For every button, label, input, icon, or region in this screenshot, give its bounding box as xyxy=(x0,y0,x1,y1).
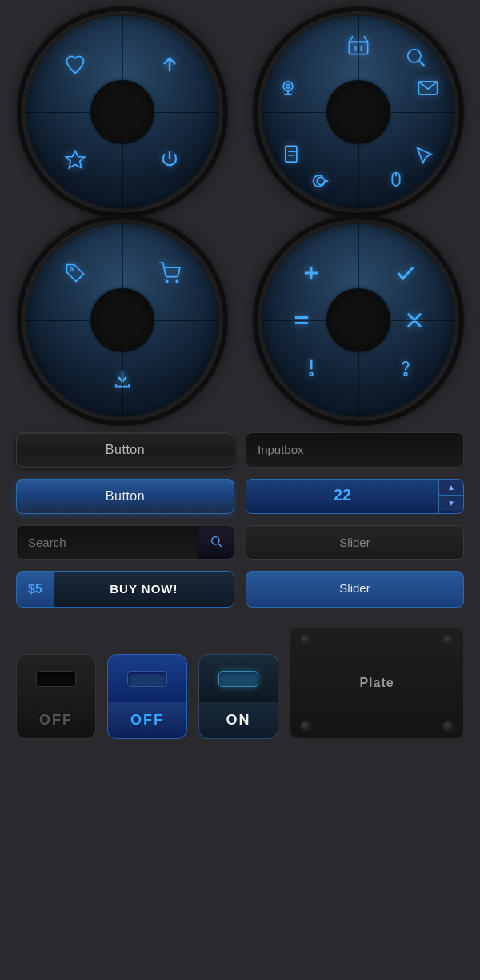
spinner[interactable]: 22 ▲ ▼ xyxy=(246,479,464,514)
toggle-on[interactable]: ON xyxy=(198,654,278,739)
controls-row3: Slider xyxy=(16,525,464,560)
radial-outer-2 xyxy=(262,16,454,208)
page-icon xyxy=(281,144,303,167)
slider-label-1: Slider xyxy=(246,525,464,560)
svg-line-5 xyxy=(419,62,424,66)
controls-section: Button Inputbox Button 22 ▲ ▼ Slider xyxy=(8,432,472,619)
svg-point-30 xyxy=(212,536,219,544)
spinner-up[interactable]: ▲ xyxy=(439,480,463,496)
search-field[interactable] xyxy=(16,525,234,560)
segment-power[interactable] xyxy=(150,139,190,179)
segment-arrow-up[interactable] xyxy=(150,45,190,85)
star-icon xyxy=(64,148,86,171)
toggle-top-2 xyxy=(107,654,187,702)
center-hole-2 xyxy=(326,80,390,144)
segment-at[interactable] xyxy=(301,163,341,199)
toggle-off-blue[interactable]: OFF xyxy=(107,654,187,739)
search-input[interactable] xyxy=(17,526,198,559)
slider-active[interactable]: Slider xyxy=(246,571,464,608)
segment-close[interactable] xyxy=(390,296,438,344)
center-hole-3 xyxy=(90,288,154,352)
segment-exclaim[interactable] xyxy=(291,347,331,388)
svg-line-31 xyxy=(218,544,222,547)
radial-menu-2[interactable] xyxy=(262,16,454,208)
segment-heart[interactable] xyxy=(55,45,95,85)
radial-menu-1[interactable] xyxy=(26,16,218,208)
download-icon xyxy=(111,366,134,388)
controls-row1: Button Inputbox xyxy=(16,432,464,468)
search-button[interactable] xyxy=(198,527,234,559)
segment-question[interactable] xyxy=(386,347,426,388)
segment-mouse[interactable] xyxy=(376,163,416,199)
cursor-icon xyxy=(414,144,436,167)
center-hole-1 xyxy=(90,80,154,144)
svg-point-28 xyxy=(310,372,313,376)
spinner-value: 22 xyxy=(246,480,438,513)
plate-screws-bottom xyxy=(297,721,457,732)
svg-point-19 xyxy=(176,280,178,282)
svg-point-17 xyxy=(70,268,73,271)
svg-rect-10 xyxy=(285,147,296,163)
webcam-icon xyxy=(277,77,299,99)
controls-row2: Button 22 ▲ ▼ xyxy=(16,479,464,514)
segment-webcam[interactable] xyxy=(268,70,308,106)
screw-tl xyxy=(300,634,311,645)
screw-tr xyxy=(442,634,454,645)
question-icon xyxy=(394,356,417,379)
plate-widget: Plate xyxy=(290,627,464,739)
inputbox[interactable]: Inputbox xyxy=(246,432,464,468)
mail-icon xyxy=(417,77,439,99)
search-icon xyxy=(210,535,222,548)
svg-point-4 xyxy=(407,50,420,62)
radial-outer-1 xyxy=(26,16,218,208)
plus-icon xyxy=(300,262,322,284)
toggle-top-3 xyxy=(198,654,278,702)
toggle-label-1: OFF xyxy=(16,702,96,739)
segment-star[interactable] xyxy=(55,139,95,179)
toggle-slot-1 xyxy=(36,671,76,687)
toggle-off-dark[interactable]: OFF xyxy=(16,654,96,739)
plate-screws-top xyxy=(297,634,457,645)
plate-label: Plate xyxy=(359,676,394,690)
heart-icon xyxy=(64,54,86,76)
segment-mail[interactable] xyxy=(408,70,448,106)
basket-icon xyxy=(347,34,370,57)
cart-icon xyxy=(158,262,181,284)
segment-cart[interactable] xyxy=(150,253,190,293)
svg-point-7 xyxy=(286,84,290,88)
screw-bl xyxy=(300,721,311,732)
controls-row4: $5 BUY NOW! Slider xyxy=(16,571,464,608)
toggle-top-1 xyxy=(16,654,96,702)
radial-outer-3 xyxy=(26,224,218,416)
buy-now-button[interactable]: $5 BUY NOW! xyxy=(16,571,234,608)
dark-button[interactable]: Button xyxy=(16,432,234,468)
buy-price: $5 xyxy=(17,572,54,607)
search-icon xyxy=(404,46,426,68)
radial-menu-3[interactable] xyxy=(26,224,218,416)
svg-point-18 xyxy=(166,280,167,282)
segment-tag[interactable] xyxy=(55,253,95,293)
segment-plus[interactable] xyxy=(291,253,331,293)
tag-icon xyxy=(64,262,86,284)
toggle-section: OFF OFF ON Plate xyxy=(8,619,472,747)
arrow-up-icon xyxy=(158,54,181,76)
svg-point-6 xyxy=(283,82,293,91)
segment-download[interactable] xyxy=(98,353,146,401)
radial-menu-4[interactable] xyxy=(262,224,454,416)
check-icon xyxy=(394,262,417,284)
buy-label[interactable]: BUY NOW! xyxy=(54,572,234,607)
segment-equals[interactable] xyxy=(278,296,326,344)
svg-rect-1 xyxy=(349,42,367,54)
radial-menus-row1 xyxy=(8,16,472,208)
toggle-label-3: ON xyxy=(198,702,278,739)
blue-button[interactable]: Button xyxy=(16,479,234,514)
toggle-slot-2 xyxy=(127,671,167,687)
power-icon xyxy=(158,148,181,171)
screw-br xyxy=(442,721,454,732)
segment-basket[interactable] xyxy=(338,27,378,63)
mouse-icon xyxy=(385,170,407,192)
spinner-down[interactable]: ▼ xyxy=(439,496,463,511)
segment-check[interactable] xyxy=(386,253,426,293)
svg-marker-0 xyxy=(66,151,84,168)
radial-menus-row2 xyxy=(8,224,472,416)
